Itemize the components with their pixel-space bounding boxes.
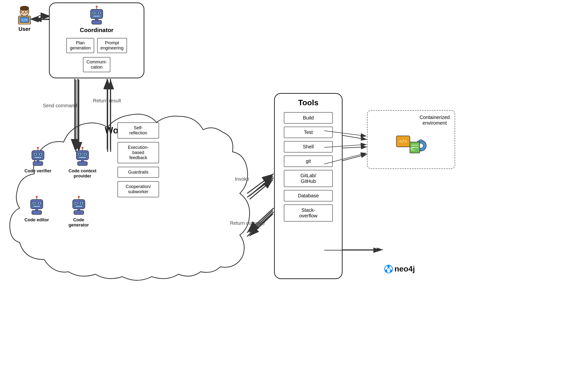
coordinator-robot-icon xyxy=(87,6,106,25)
code-verifier-icon xyxy=(28,147,48,166)
svg-point-76 xyxy=(81,202,82,204)
svg-rect-24 xyxy=(20,7,29,10)
return-result-label: Return result xyxy=(93,98,121,104)
code-verifier-label: Code verifier xyxy=(25,168,51,174)
svg-point-71 xyxy=(78,196,80,198)
svg-point-56 xyxy=(84,153,86,155)
svg-line-104 xyxy=(247,178,274,197)
svg-line-7 xyxy=(249,180,273,199)
svg-rect-39 xyxy=(92,20,102,24)
features-column: Self- reflection Execution- based feedba… xyxy=(118,122,159,197)
svg-point-35 xyxy=(93,12,95,14)
guardrails-box: Guardrails xyxy=(118,167,159,178)
svg-rect-69 xyxy=(32,211,42,215)
code-generator-icon xyxy=(69,196,89,216)
container-box: Containerized enviroment </> xyxy=(367,110,455,169)
svg-line-93 xyxy=(389,268,391,270)
execution-feedback-box: Execution- based feedback xyxy=(118,142,159,163)
svg-line-29 xyxy=(27,12,29,12)
return-outcome-label: Return outcome xyxy=(230,220,265,226)
svg-point-51 xyxy=(81,147,83,149)
svg-rect-79 xyxy=(74,211,84,215)
tool-build: Build xyxy=(284,112,333,124)
cooperation-box: Cooperation/ subworker xyxy=(118,181,159,197)
user-icon: </> xyxy=(15,5,34,25)
svg-line-103 xyxy=(247,174,274,193)
send-command-label: Send command xyxy=(43,103,77,108)
svg-point-45 xyxy=(35,153,36,155)
tool-gitlab-github: GitLab/ GitHub xyxy=(284,170,333,187)
svg-point-65 xyxy=(33,202,35,204)
invoke-label: Invoke xyxy=(235,176,249,182)
svg-point-46 xyxy=(40,153,41,155)
svg-rect-59 xyxy=(78,162,87,165)
svg-point-90 xyxy=(387,265,390,268)
tool-git: git xyxy=(284,155,333,167)
user-figure: </> User xyxy=(10,5,39,32)
svg-text:</>: </> xyxy=(399,139,407,144)
tool-database: Database xyxy=(284,190,333,202)
prompt-engineering-box: Prompt engineering xyxy=(97,38,127,53)
svg-rect-49 xyxy=(33,162,43,165)
code-generator-label: Code generator xyxy=(68,217,89,228)
svg-rect-77 xyxy=(75,206,82,207)
svg-line-27 xyxy=(20,12,22,12)
svg-point-75 xyxy=(75,202,77,204)
tool-stackoverflow: Stack- overflow xyxy=(284,204,333,222)
svg-point-66 xyxy=(39,202,40,204)
coordinator-inner-boxes: Plan generation Prompt engineering Commu… xyxy=(50,38,144,72)
self-reflection-box: Self- reflection xyxy=(118,122,159,139)
svg-point-92 xyxy=(385,270,387,272)
svg-point-61 xyxy=(36,196,38,198)
plan-generation-box: Plan generation xyxy=(66,38,94,53)
communication-box: Communi- cation xyxy=(83,57,110,72)
svg-point-55 xyxy=(79,153,80,155)
svg-point-36 xyxy=(99,12,100,14)
svg-rect-84 xyxy=(420,140,422,142)
svg-line-6 xyxy=(249,176,273,196)
container-label: Containerized enviroment xyxy=(420,115,450,126)
code-context-icon xyxy=(73,147,92,166)
svg-point-41 xyxy=(37,147,39,149)
tools-title: Tools xyxy=(298,98,319,107)
tools-box: Tools Build Test Shell git GitLab/ GitHu… xyxy=(274,93,343,279)
user-label: User xyxy=(19,26,31,32)
svg-rect-37 xyxy=(93,15,100,17)
svg-rect-67 xyxy=(33,206,40,207)
agent-code-verifier: Code verifier xyxy=(25,147,51,174)
agent-code-generator: Code generator xyxy=(68,196,89,228)
coordinator-box: Coordinator Plan generation Prompt engin… xyxy=(49,2,144,78)
neo4j-label: neo4j xyxy=(384,264,415,273)
code-editor-label: Code editor xyxy=(25,217,49,223)
svg-rect-47 xyxy=(34,157,42,158)
svg-text:</>: </> xyxy=(21,18,27,22)
svg-point-91 xyxy=(390,270,392,272)
svg-point-31 xyxy=(96,6,98,8)
code-context-label: Code context provider xyxy=(68,168,96,179)
agent-code-editor: Code editor xyxy=(25,196,49,223)
svg-line-94 xyxy=(386,268,389,270)
neo4j-icon xyxy=(384,265,393,273)
tool-test: Test xyxy=(284,127,333,138)
container-icons: </> xyxy=(395,134,427,155)
tool-shell: Shell xyxy=(284,141,333,152)
diagram: Workers xyxy=(0,0,588,378)
agent-code-context: Code context provider xyxy=(68,147,96,179)
code-editor-icon xyxy=(27,196,47,216)
svg-rect-57 xyxy=(79,157,86,158)
coordinator-label: Coordinator xyxy=(80,27,113,34)
